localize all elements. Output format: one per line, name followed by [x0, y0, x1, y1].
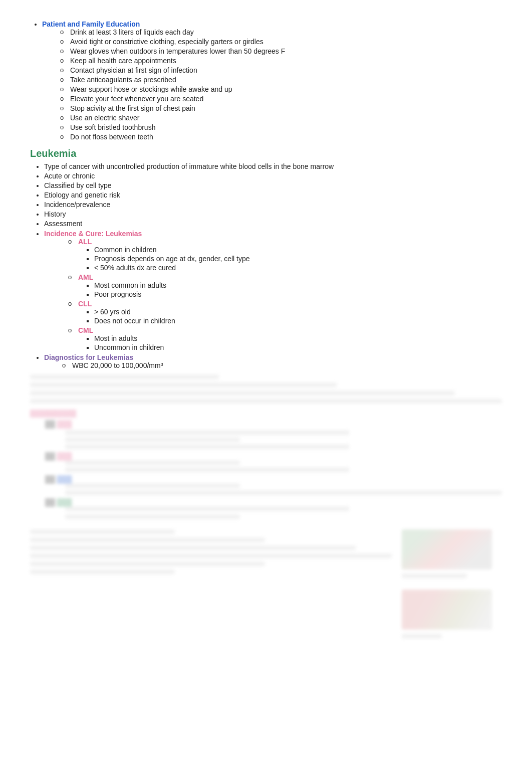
subtype-detail: Common in children — [94, 246, 502, 254]
subtype-details: Common in childrenPrognosis depends on a… — [78, 246, 502, 272]
subtype-detail: < 50% adults dx are cured — [94, 264, 502, 272]
subtype-detail: Poor prognosis — [94, 290, 502, 298]
diagnostics-subitem: WBC 20,000 to 100,000/mm³ — [62, 361, 502, 369]
patient-education-header: Patient and Family Education — [42, 20, 140, 28]
subtype-detail: Prognosis depends on age at dx, gender, … — [94, 255, 502, 263]
leukemia-bullet: Incidence/prevalence — [44, 201, 502, 209]
subtype-item: CMLMost in adultsUncommon in children — [68, 326, 502, 351]
subtype-detail: Most in adults — [94, 334, 502, 342]
patient-education-item: Patient and Family Education Drink at le… — [42, 20, 502, 141]
patient-education-subitem: Take anticoagulants as prescribed — [60, 76, 502, 84]
subtype-label: CML — [78, 326, 93, 334]
patient-education-subitem: Do not floss between teeth — [60, 133, 502, 141]
incidence-item: Incidence & Cure: Leukemias ALLCommon in… — [44, 230, 502, 351]
leukemia-bullet: Assessment — [44, 220, 502, 228]
diagnostics-list: Diagnostics for Leukemias WBC 20,000 to … — [30, 353, 502, 369]
patient-education-subitem: Avoid tight or constrictive clothing, es… — [60, 38, 502, 46]
subtype-item: ALLCommon in childrenPrognosis depends o… — [68, 238, 502, 272]
patient-education-subitem: Drink at least 3 liters of liquids each … — [60, 28, 502, 36]
incidence-label: Incidence & Cure: Leukemias — [44, 230, 142, 238]
leukemia-bullet: Type of cancer with uncontrolled product… — [44, 162, 502, 170]
patient-education-subitem: Stop acivity at the first sign of chest … — [60, 104, 502, 112]
patient-education-subitem: Keep all health care appointments — [60, 57, 502, 65]
leukemia-bullet-list: Type of cancer with uncontrolled product… — [30, 162, 502, 228]
diagnostics-item: Diagnostics for Leukemias WBC 20,000 to … — [44, 353, 502, 369]
blurred-content: ██████████ ██ ███ ██ ███ ██ ███ ██ ███ — [30, 374, 502, 642]
leukemia-section: Leukemia Type of cancer with uncontrolle… — [30, 148, 502, 369]
patient-education-subitem: Contact physician at first sign of infec… — [60, 66, 502, 74]
subtype-detail: Does not occur in children — [94, 317, 502, 325]
diagnostics-label: Diagnostics for Leukemias — [44, 353, 133, 361]
incidence-list: Incidence & Cure: Leukemias ALLCommon in… — [30, 230, 502, 351]
patient-education-section: Patient and Family Education Drink at le… — [30, 20, 502, 141]
subtype-item: AMLMost common in adultsPoor prognosis — [68, 273, 502, 298]
patient-education-subitem: Use soft bristled toothbrush — [60, 123, 502, 131]
subtype-label: CLL — [78, 300, 92, 308]
leukemia-bullet: Etiology and genetic risk — [44, 191, 502, 199]
subtype-detail: > 60 yrs old — [94, 308, 502, 316]
patient-education-subitem: Elevate your feet whenever you are seate… — [60, 95, 502, 103]
leukemia-bullet: Classified by cell type — [44, 181, 502, 189]
subtype-label: AML — [78, 273, 93, 281]
leukemia-header: Leukemia — [30, 148, 502, 159]
subtype-details: Most common in adultsPoor prognosis — [78, 281, 502, 298]
subtype-list: ALLCommon in childrenPrognosis depends o… — [44, 238, 502, 351]
subtype-details: > 60 yrs oldDoes not occur in children — [78, 308, 502, 325]
leukemia-bullet: History — [44, 210, 502, 218]
subtype-details: Most in adultsUncommon in children — [78, 334, 502, 351]
subtype-item: CLL> 60 yrs oldDoes not occur in childre… — [68, 300, 502, 325]
leukemia-bullet: Acute or chronic — [44, 172, 502, 180]
patient-education-subitem: Wear support hose or stockings while awa… — [60, 85, 502, 93]
patient-education-subitems: Drink at least 3 liters of liquids each … — [42, 28, 502, 141]
subtype-label: ALL — [78, 238, 92, 246]
patient-education-list: Patient and Family Education Drink at le… — [30, 20, 502, 141]
diagnostics-subitems: WBC 20,000 to 100,000/mm³ — [44, 361, 502, 369]
patient-education-subitem: Wear gloves when outdoors in temperature… — [60, 47, 502, 55]
subtype-detail: Most common in adults — [94, 281, 502, 289]
subtype-detail: Uncommon in children — [94, 343, 502, 351]
patient-education-subitem: Use an electric shaver — [60, 114, 502, 122]
